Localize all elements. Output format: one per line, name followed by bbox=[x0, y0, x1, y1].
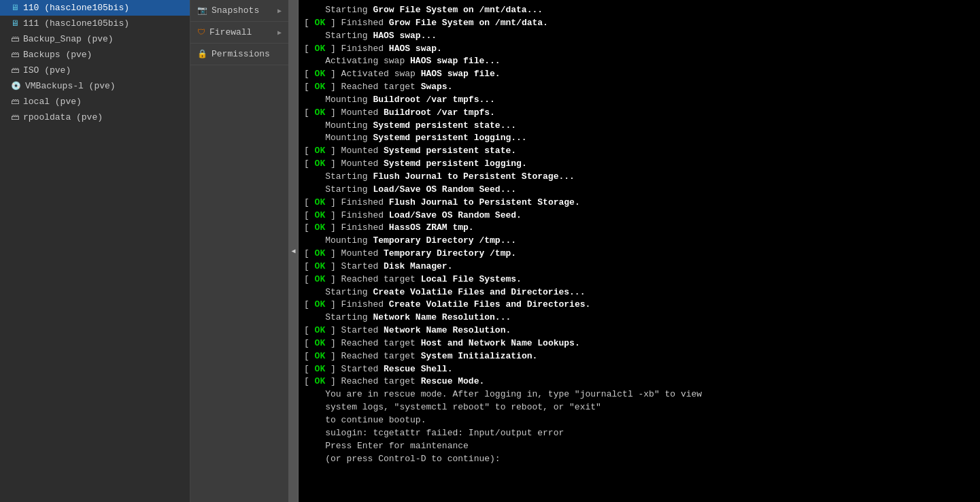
line-text: ] Reached target bbox=[325, 337, 420, 350]
line-bold: Create Volatile Files and Directories... bbox=[373, 286, 585, 299]
line-text: ] Started bbox=[325, 324, 384, 337]
line-bold: Temporary Directory /tmp. bbox=[384, 248, 516, 261]
sidebar-item-vm-111[interactable]: 🖥111 (hasclone105bis) bbox=[0, 16, 190, 31]
line-bold: Load/Save OS Random Seed. bbox=[389, 210, 522, 222]
line-text: ] Finished bbox=[325, 210, 389, 222]
console-line: Starting Flush Journal to Persistent Sto… bbox=[304, 171, 975, 184]
console-line: Mounting Buildroot /var tmpfs... bbox=[304, 94, 975, 107]
sidebar-item-backup-snap[interactable]: 🗃Backup_Snap (pve) bbox=[0, 31, 190, 47]
line-text: Mounting bbox=[304, 235, 373, 248]
ok-status: OK bbox=[315, 222, 326, 235]
sidebar-item-label: local (pve) bbox=[23, 97, 82, 107]
line-text: Mounting bbox=[304, 94, 373, 107]
sidebar-item-label: VMBackups-l (pve) bbox=[25, 81, 116, 91]
sidebar-item-label: 110 (hasclone105bis) bbox=[23, 3, 129, 13]
bracket-open: [ bbox=[304, 363, 315, 376]
bracket-open: [ bbox=[304, 337, 315, 350]
bracket-open: [ bbox=[304, 248, 315, 261]
ok-status: OK bbox=[315, 145, 326, 158]
console-line: Mounting Systemd persistent logging... bbox=[304, 132, 975, 145]
sidebar-item-label: Backup_Snap (pve) bbox=[23, 34, 114, 44]
middle-item-label: Snapshots bbox=[212, 5, 259, 16]
line-text: ] Finished bbox=[325, 17, 389, 30]
console-line: Starting Load/Save OS Random Seed... bbox=[304, 184, 975, 197]
line-text: sulogin: tcgetattr failed: Input/output … bbox=[304, 427, 564, 440]
line-text: ] Started bbox=[325, 261, 384, 273]
console-line: Press Enter for maintenance bbox=[304, 440, 975, 453]
collapse-arrow-icon: ◀ bbox=[291, 247, 295, 255]
line-bold: Local File Systems. bbox=[421, 273, 522, 286]
ok-status: OK bbox=[315, 107, 326, 120]
ok-status: OK bbox=[315, 17, 326, 30]
line-text: ] Reached target bbox=[325, 273, 420, 286]
line-bold: Systemd persistent state... bbox=[373, 120, 516, 133]
console-line: [ OK ] Reached target Swaps. bbox=[304, 81, 975, 94]
ok-status: OK bbox=[315, 68, 326, 81]
console-line: system logs, "systemctl reboot" to reboo… bbox=[304, 401, 975, 414]
sidebar-item-iso[interactable]: 🗃ISO (pve) bbox=[0, 63, 190, 78]
line-text: ] Mounted bbox=[325, 107, 384, 120]
bracket-open: [ bbox=[304, 324, 315, 337]
console-line: [ OK ] Finished Load/Save OS Random Seed… bbox=[304, 210, 975, 222]
sidebar-item-local[interactable]: 🗃local (pve) bbox=[0, 94, 190, 110]
console-line: Activating swap HAOS swap file... bbox=[304, 55, 975, 68]
bracket-open: [ bbox=[304, 158, 315, 171]
console-line: [ OK ] Activated swap HAOS swap file. bbox=[304, 68, 975, 81]
console-line: [ OK ] Finished HAOS swap. bbox=[304, 43, 975, 56]
console-line: [ OK ] Reached target System Initializat… bbox=[304, 350, 975, 363]
line-text: Starting bbox=[304, 286, 373, 299]
line-text: Mounting bbox=[304, 132, 373, 145]
bracket-open: [ bbox=[304, 107, 315, 120]
line-bold: Grow File System on /mnt/data... bbox=[373, 4, 543, 17]
console-line: sulogin: tcgetattr failed: Input/output … bbox=[304, 427, 975, 440]
line-text: Starting bbox=[304, 184, 373, 197]
line-bold: System Initialization. bbox=[421, 350, 538, 363]
console-line: [ OK ] Started Rescue Shell. bbox=[304, 363, 975, 376]
bracket-open: [ bbox=[304, 222, 315, 235]
sidebar-item-vmbackups-l[interactable]: 💿VMBackups-l (pve) bbox=[0, 78, 190, 94]
ok-status: OK bbox=[315, 158, 326, 171]
middle-item-snapshots[interactable]: 📷Snapshots▶ bbox=[190, 0, 288, 22]
ok-status: OK bbox=[315, 210, 326, 222]
console-line: [ OK ] Mounted Temporary Directory /tmp. bbox=[304, 248, 975, 261]
firewall-icon: 🛡 bbox=[197, 27, 205, 37]
bracket-open: [ bbox=[304, 273, 315, 286]
collapse-handle[interactable]: ◀ bbox=[289, 0, 299, 502]
line-bold: HAOS swap... bbox=[373, 30, 437, 43]
console-line: [ OK ] Finished Grow File System on /mnt… bbox=[304, 17, 975, 30]
line-bold: Rescue Mode. bbox=[421, 375, 485, 388]
console-line: Starting Network Name Resolution... bbox=[304, 312, 975, 324]
line-text: Starting bbox=[304, 4, 373, 17]
line-bold: HAOS swap. bbox=[389, 43, 442, 56]
console-line: [ OK ] Reached target Rescue Mode. bbox=[304, 375, 975, 388]
sidebar-item-label: rpooldata (pve) bbox=[23, 112, 103, 122]
line-bold: HassOS ZRAM tmp. bbox=[389, 222, 474, 235]
console-area[interactable]: Starting Grow File System on /mnt/data..… bbox=[299, 0, 980, 502]
line-bold: Network Name Resolution. bbox=[384, 324, 511, 337]
ok-status: OK bbox=[315, 248, 326, 261]
camera-icon: 📷 bbox=[197, 5, 207, 16]
sidebar-item-vm-110[interactable]: 🖥110 (hasclone105bis) bbox=[0, 0, 190, 16]
line-bold: Create Volatile Files and Directories. bbox=[389, 299, 590, 312]
line-text: Starting bbox=[304, 171, 373, 184]
sidebar-item-rpooldata[interactable]: 🗃rpooldata (pve) bbox=[0, 110, 190, 125]
middle-item-permissions[interactable]: 🔒Permissions bbox=[190, 44, 288, 65]
line-bold: Flush Journal to Persistent Storage. bbox=[389, 197, 580, 210]
line-text: to continue bootup. bbox=[304, 414, 426, 427]
storage-icon: 🗃 bbox=[11, 97, 19, 107]
console-line: [ OK ] Mounted Buildroot /var tmpfs. bbox=[304, 107, 975, 120]
sidebar-item-backups[interactable]: 🗃Backups (pve) bbox=[0, 47, 190, 63]
console-line: [ OK ] Started Network Name Resolution. bbox=[304, 324, 975, 337]
storage-icon: 🗃 bbox=[11, 65, 19, 76]
console-line: Mounting Temporary Directory /tmp... bbox=[304, 235, 975, 248]
ok-status: OK bbox=[315, 273, 326, 286]
bracket-open: [ bbox=[304, 350, 315, 363]
sidebar-item-label: ISO (pve) bbox=[23, 65, 71, 76]
ok-status: OK bbox=[315, 375, 326, 388]
ok-status: OK bbox=[315, 350, 326, 363]
line-text: ] Reached target bbox=[325, 375, 420, 388]
line-bold: Flush Journal to Persistent Storage... bbox=[373, 171, 574, 184]
middle-item-firewall[interactable]: 🛡Firewall▶ bbox=[190, 22, 288, 44]
line-bold: Host and Network Name Lookups. bbox=[421, 337, 580, 350]
line-bold: Buildroot /var tmpfs... bbox=[373, 94, 494, 107]
